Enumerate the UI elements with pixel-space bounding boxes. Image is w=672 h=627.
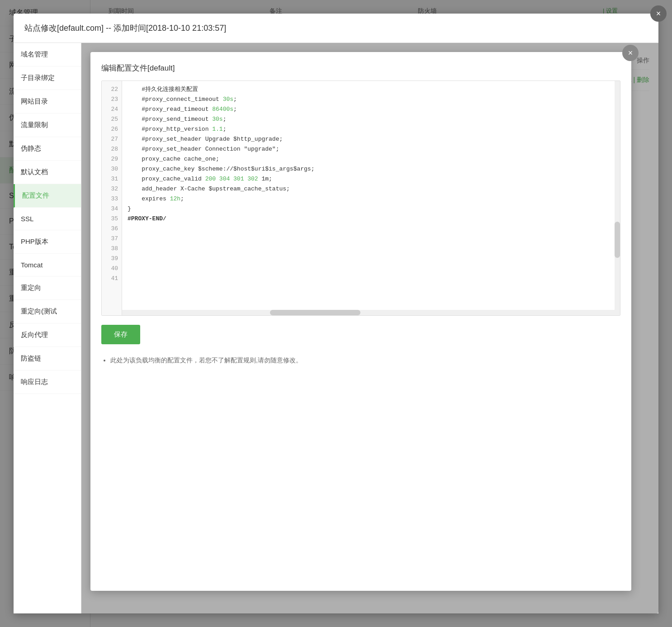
outer-sidebar-domain[interactable]: 域名管理 xyxy=(14,43,81,66)
outer-dialog-title: 站点修改[default.com] -- 添加时间[2018-10-10 21:… xyxy=(14,14,658,43)
h-scrollbar-thumb[interactable] xyxy=(270,310,360,315)
outer-sidebar-flow[interactable]: 流量限制 xyxy=(14,114,81,137)
outer-sidebar-redirect[interactable]: 重定向 xyxy=(14,276,81,300)
outer-sidebar-tomcat[interactable]: Tomcat xyxy=(14,254,81,276)
outer-sidebar-webdir[interactable]: 网站目录 xyxy=(14,90,81,114)
outer-sidebar-config[interactable]: 配置文件 xyxy=(14,184,81,208)
code-content[interactable]: #持久化连接相关配置 #proxy_connect_timeout 30s; #… xyxy=(122,81,620,315)
outer-close-button[interactable]: × xyxy=(650,5,667,22)
outer-dialog: × 站点修改[default.com] -- 添加时间[2018-10-10 2… xyxy=(14,14,658,613)
outer-dialog-sidebar: 域名管理 子目录绑定 网站目录 流量限制 伪静态 默认文档 配置文件 SSL P… xyxy=(14,43,81,613)
outer-sidebar-hotlink[interactable]: 防盗链 xyxy=(14,347,81,370)
outer-sidebar-log[interactable]: 响应日志 xyxy=(14,370,81,394)
note-section: 此处为该负载均衡的配置文件，若您不了解配置规则,请勿随意修改。 xyxy=(101,355,620,365)
outer-sidebar-pseudo[interactable]: 伪静态 xyxy=(14,137,81,161)
inner-dialog: × 编辑配置文件[default] 2223242526272829303132… xyxy=(90,52,631,591)
horizontal-scrollbar[interactable] xyxy=(122,310,615,315)
save-button[interactable]: 保存 xyxy=(101,325,140,344)
outer-sidebar-subdir[interactable]: 子目录绑定 xyxy=(14,66,81,90)
outer-sidebar-ssl[interactable]: SSL xyxy=(14,208,81,230)
inner-close-button[interactable]: × xyxy=(622,45,639,61)
code-editor[interactable]: 2223242526272829303132333435363738394041… xyxy=(101,81,620,316)
outer-sidebar-default[interactable]: 默认文档 xyxy=(14,161,81,184)
outer-sidebar-php[interactable]: PHP版本 xyxy=(14,230,81,254)
note-item: 此处为该负载均衡的配置文件，若您不了解配置规则,请勿随意修改。 xyxy=(110,355,620,365)
scrollbar-thumb[interactable] xyxy=(615,222,620,258)
vertical-scrollbar[interactable] xyxy=(615,81,620,315)
inner-dialog-title: 编辑配置文件[default] xyxy=(101,63,620,73)
line-numbers: 2223242526272829303132333435363738394041 xyxy=(102,81,122,315)
outer-sidebar-redirect-test[interactable]: 重定向(测试 xyxy=(14,300,81,323)
outer-sidebar-anti-leech[interactable]: 反向代理 xyxy=(14,323,81,347)
